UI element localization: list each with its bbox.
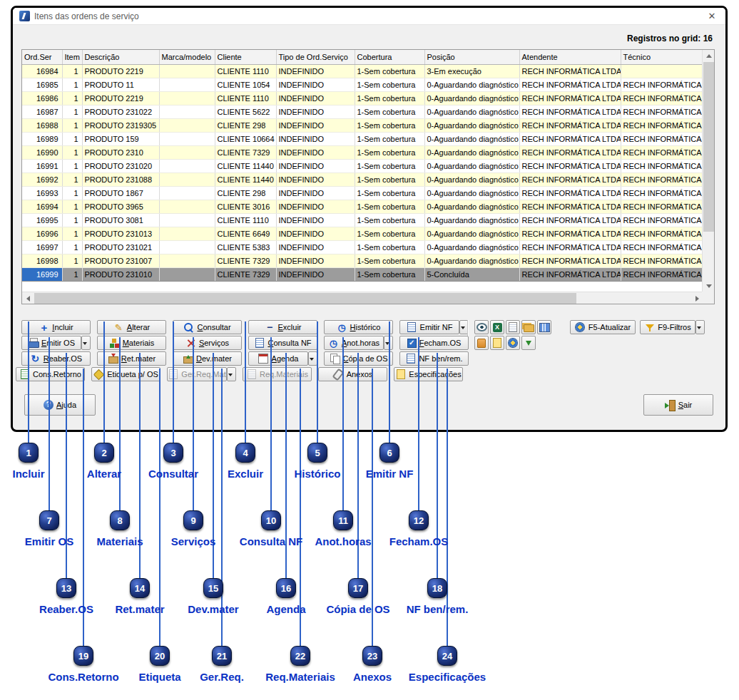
f5-atualizar-button[interactable]: F5-Atualizar xyxy=(570,320,636,334)
spec-icon xyxy=(395,369,406,380)
folder-icon xyxy=(524,323,534,334)
table-row[interactable]: 169961PRODUTO 231013CLIENTE 6649INDEFINI… xyxy=(22,227,703,240)
ger-req-mat-dropdown[interactable] xyxy=(227,367,236,381)
grid-cell: RECH INFORMÁTICA xyxy=(621,132,703,145)
emitir-nf-button[interactable]: Emitir NF xyxy=(399,320,459,334)
col-header-tecnico[interactable]: Técnico xyxy=(621,50,703,64)
grid-cell: 1-Sem cobertura xyxy=(355,173,424,186)
horizontal-scrollbar[interactable] xyxy=(22,292,703,304)
table-row[interactable]: 169901PRODUTO 2310CLIENTE 7329INDEFINIDO… xyxy=(22,145,703,159)
table-row[interactable]: 169991PRODUTO 231010CLIENTE 7329INDEFINI… xyxy=(22,267,703,281)
historico-button[interactable]: Histórico xyxy=(324,320,393,334)
callout-line-10 xyxy=(270,337,272,510)
callout-badge-11: 11 xyxy=(333,510,353,530)
col-header-cliente[interactable]: Cliente xyxy=(215,50,276,64)
grid-cell: PRODUTO 11 xyxy=(82,78,159,91)
f9-filtros-dropdown[interactable] xyxy=(695,320,705,334)
table-row[interactable]: 169941PRODUTO 3965CLIENTE 3016INDEFINIDO… xyxy=(22,200,703,213)
especificacoes-button[interactable]: Especificações xyxy=(394,367,463,381)
etiqueta-button[interactable]: Etiqueta p/ OS xyxy=(91,367,160,381)
nf-ben-rem-button[interactable]: NF ben/rem. xyxy=(399,351,469,366)
ajuda-button[interactable]: Ajuda xyxy=(24,394,96,416)
materiais-button[interactable]: Materiais xyxy=(97,336,166,350)
preview-button[interactable] xyxy=(474,320,489,334)
cons-retorno-button[interactable]: Cons.Retorno xyxy=(16,367,85,381)
consulta-nf-button[interactable]: Consulta NF xyxy=(248,336,317,350)
sair-button[interactable]: Sair xyxy=(643,394,713,416)
close-button[interactable]: ✕ xyxy=(705,11,719,21)
excluir-button[interactable]: Excluir xyxy=(248,320,317,334)
table-row[interactable]: 169911PRODUTO 231020CLIENTE 11440INDEFIN… xyxy=(22,159,703,173)
callout-badge-17: 17 xyxy=(348,578,368,598)
table-row[interactable]: 169921PRODUTO 231088CLIENTE 11440INDEFIN… xyxy=(22,173,703,186)
ret-mater-label: Ret.mater xyxy=(121,354,156,363)
grid-cell: 1-Sem cobertura xyxy=(355,132,424,145)
table-row[interactable]: 169981PRODUTO 231007CLIENTE 7329INDEFINI… xyxy=(22,254,703,267)
report-button[interactable] xyxy=(506,320,520,334)
grid-cell: RECH INFORMÁTICA xyxy=(621,227,703,240)
sair-label: Sair xyxy=(678,401,693,409)
servicos-button[interactable]: Serviços xyxy=(173,336,242,350)
callout-badge-16: 16 xyxy=(276,578,296,598)
col-header-tipo[interactable]: Tipo de Ord.Serviço xyxy=(276,50,355,64)
col-header-item[interactable]: Item xyxy=(62,50,82,64)
vertical-scroll-thumb[interactable] xyxy=(703,62,714,232)
orders-grid: Ord.Ser Item Descrição Marca/modelo Clie… xyxy=(21,49,715,304)
download-button[interactable] xyxy=(521,336,536,350)
vertical-scrollbar[interactable] xyxy=(702,50,714,292)
callout-line-2 xyxy=(103,321,105,443)
ger-req-mat-button[interactable]: Ger.Req.Mat xyxy=(167,367,227,381)
agenda-button[interactable]: Agenda xyxy=(248,351,308,366)
hand-button[interactable] xyxy=(474,336,489,350)
scroll-down-arrow[interactable] xyxy=(703,280,715,292)
table-row[interactable]: 169951PRODUTO 3081CLIENTE 1110INDEFINIDO… xyxy=(22,213,703,227)
table-row[interactable]: 169841PRODUTO 2219CLIENTE 1110INDEFINIDO… xyxy=(22,64,703,78)
grid-cell: 1 xyxy=(62,78,82,91)
anot-horas-button[interactable]: Anot.horas xyxy=(324,336,384,350)
invoice-search-icon xyxy=(254,338,265,349)
req-materiais-button[interactable]: Req.Materiais xyxy=(243,367,312,381)
grid-cell: 1-Sem cobertura xyxy=(355,78,424,91)
grid-cell: RECH INFORMÁTICA LTDA xyxy=(519,213,621,227)
grid-cell: 1 xyxy=(62,64,82,78)
col-header-marca[interactable]: Marca/modelo xyxy=(159,50,215,64)
table-row[interactable]: 169881PRODUTO 2319305CLIENTE 298INDEFINI… xyxy=(22,118,703,132)
archive-button[interactable] xyxy=(521,320,536,334)
dev-mater-button[interactable]: Dev.mater xyxy=(173,351,242,366)
title-bar[interactable]: Itens das ordens de serviço ✕ xyxy=(13,8,725,25)
grid-cell: PRODUTO 1867 xyxy=(82,186,159,200)
excel-export-button[interactable] xyxy=(490,320,504,334)
table-row[interactable]: 169861PRODUTO 2219CLIENTE 1110INDEFINIDO… xyxy=(22,91,703,105)
ret-mater-button[interactable]: Ret.mater xyxy=(97,351,166,366)
col-header-descricao[interactable]: Descrição xyxy=(82,50,159,64)
reaber-os-button[interactable]: Reaber.OS xyxy=(21,351,91,366)
callout-label-18: NF ben/rem. xyxy=(377,603,498,615)
fecham-os-button[interactable]: Fecham.OS xyxy=(399,336,469,350)
callout-badge-3: 3 xyxy=(163,443,183,463)
consultar-button[interactable]: Consultar xyxy=(173,320,242,334)
emitir-os-dropdown[interactable] xyxy=(81,336,91,350)
table-row[interactable]: 169851PRODUTO 11CLIENTE 1054INDEFINIDO1-… xyxy=(22,78,703,91)
table-row[interactable]: 169971PRODUTO 231021CLIENTE 5383INDEFINI… xyxy=(22,240,703,254)
emitir-os-button[interactable]: Emitir OS xyxy=(21,336,81,350)
grid-config-button[interactable] xyxy=(537,320,551,334)
f9-filtros-button[interactable]: F9-Filtros xyxy=(640,320,695,334)
table-row[interactable]: 169931PRODUTO 1867CLIENTE 298INDEFINIDO1… xyxy=(22,186,703,200)
palette-button[interactable] xyxy=(490,336,504,350)
scroll-up-arrow[interactable] xyxy=(703,50,715,62)
scroll-left-arrow[interactable] xyxy=(22,292,34,304)
col-header-atendente[interactable]: Atendente xyxy=(519,50,621,64)
horizontal-scroll-thumb[interactable] xyxy=(34,293,576,304)
col-header-cobertura[interactable]: Cobertura xyxy=(355,50,424,64)
table-row[interactable]: 169871PRODUTO 231022CLIENTE 5622INDEFINI… xyxy=(22,105,703,118)
grid-cell: RECH INFORMÁTICA xyxy=(621,145,703,159)
incluir-button[interactable]: Incluir xyxy=(21,320,91,334)
anexos-button[interactable]: Anexos xyxy=(318,367,387,381)
table-row[interactable]: 169891PRODUTO 159CLIENTE 10664INDEFINIDO… xyxy=(22,132,703,145)
settings-button[interactable] xyxy=(506,336,520,350)
grid-cell: PRODUTO 231007 xyxy=(82,254,159,267)
col-header-ordser[interactable]: Ord.Ser xyxy=(22,50,62,64)
col-header-posicao[interactable]: Posição xyxy=(424,50,519,64)
cubes-icon xyxy=(109,338,120,349)
alterar-button[interactable]: Alterar xyxy=(97,320,166,334)
